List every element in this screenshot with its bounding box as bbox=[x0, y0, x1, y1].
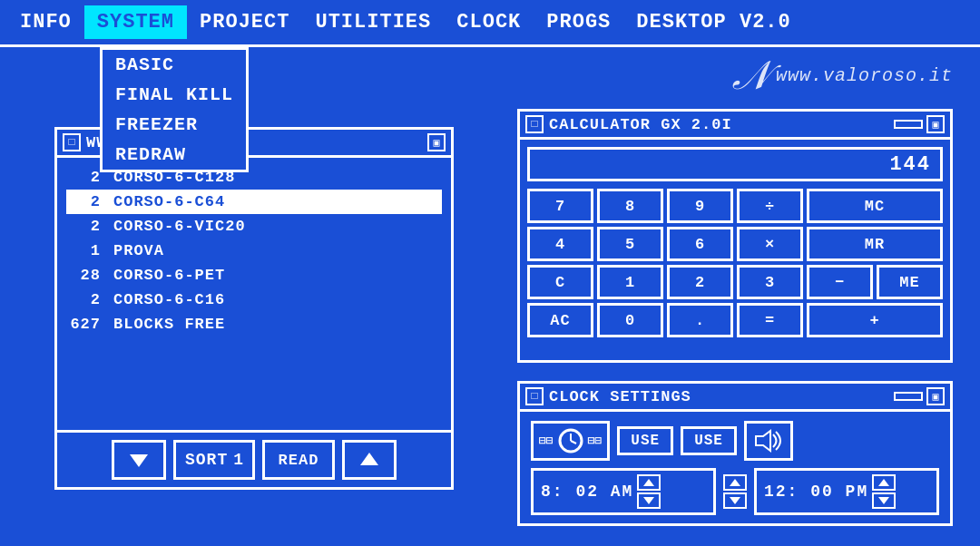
calc-btn-ac[interactable]: AC bbox=[527, 303, 593, 337]
clock-row-2: 8: 02 AM bbox=[531, 468, 939, 515]
time1-down-btn[interactable] bbox=[637, 492, 661, 509]
calc-btn-divide[interactable]: ÷ bbox=[737, 189, 803, 223]
calc-btn-5[interactable]: 5 bbox=[597, 227, 663, 261]
sort-num: 1 bbox=[233, 451, 243, 469]
calc-btn-mc[interactable]: MC bbox=[807, 189, 943, 223]
svg-marker-5 bbox=[756, 431, 770, 451]
clock-close-btn[interactable]: □ bbox=[525, 387, 544, 405]
clock-time-2: 12: 00 PM bbox=[754, 468, 939, 515]
calc-buttons: 7 8 9 ÷ MC 4 5 6 × MR C 1 2 3 − ME AC 0 … bbox=[527, 189, 943, 337]
calc-btn-2[interactable]: 2 bbox=[667, 265, 733, 299]
use-btn-1[interactable]: USE bbox=[617, 426, 673, 455]
calculator-titlebar: □ Calculator GX 2.0i ▣ bbox=[520, 112, 950, 140]
menu-progs[interactable]: PROGS bbox=[534, 5, 623, 39]
menu-bar: INFO SYSTEM PROJECT UTILITIES CLOCK PROG… bbox=[0, 0, 980, 47]
dropdown-basic[interactable]: BASIC bbox=[103, 50, 246, 80]
filebrowser-footer: SORT 1 READ bbox=[57, 430, 451, 487]
file-row-selected[interactable]: 2 CORSO-6-C64 bbox=[66, 190, 442, 214]
watermark: 𝒩 www.valoroso.it bbox=[733, 53, 953, 99]
clock-titlebar: □ Clock Settings ▣ bbox=[520, 384, 950, 412]
scroll-up-btn[interactable] bbox=[342, 440, 397, 480]
calc-display: 144 bbox=[527, 147, 943, 181]
calc-btn-4[interactable]: 4 bbox=[527, 227, 593, 261]
clock-body: ⊟⊟ ⊟⊟ USE USE bbox=[520, 412, 950, 524]
watermark-url: www.valoroso.it bbox=[776, 65, 953, 86]
calc-btn-minus[interactable]: − bbox=[807, 265, 873, 299]
filebrowser-window: □ WWW.VALOROSO.IT ▣ 2 CORSO-6-C128 2 COR… bbox=[54, 127, 454, 490]
calc-btn-equals[interactable]: = bbox=[737, 303, 803, 337]
menu-clock[interactable]: CLOCK bbox=[444, 5, 534, 39]
speaker-area bbox=[744, 421, 793, 461]
menu-utilities[interactable]: UTILITIES bbox=[302, 5, 444, 39]
clock-time-value-2: 12: 00 PM bbox=[764, 483, 868, 501]
calc-btn-7[interactable]: 7 bbox=[527, 189, 593, 223]
calc-btn-6[interactable]: 6 bbox=[667, 227, 733, 261]
svg-marker-7 bbox=[643, 497, 654, 504]
clock-title: Clock Settings bbox=[549, 388, 888, 405]
calc-btn-9[interactable]: 9 bbox=[667, 189, 733, 223]
svg-marker-8 bbox=[730, 479, 740, 486]
time1-up-btn[interactable] bbox=[637, 474, 661, 491]
calc-btn-dot[interactable]: . bbox=[667, 303, 733, 337]
clock-row-1: ⊟⊟ ⊟⊟ USE USE bbox=[531, 421, 939, 461]
file-row[interactable]: 2 CORSO-6-C16 bbox=[66, 288, 442, 312]
read-label: READ bbox=[279, 452, 319, 469]
time2-up-btn[interactable] bbox=[872, 474, 896, 491]
calc-btn-c[interactable]: C bbox=[527, 265, 593, 299]
calc-display-value: 144 bbox=[889, 153, 931, 176]
sort-area: SORT 1 bbox=[173, 440, 255, 480]
svg-marker-6 bbox=[643, 479, 654, 486]
file-list: 2 CORSO-6-C128 2 CORSO-6-C64 2 CORSO-6-V… bbox=[66, 165, 442, 336]
dropdown-finalkill[interactable]: FINAL KILL bbox=[103, 80, 246, 110]
file-row[interactable]: 1 PROVA bbox=[66, 239, 442, 263]
calc-btn-multiply[interactable]: × bbox=[737, 227, 803, 261]
conn-right-icon: ⊟⊟ bbox=[588, 434, 603, 448]
file-row[interactable]: 28 CORSO-6-PET bbox=[66, 263, 442, 288]
menu-project[interactable]: PROJECT bbox=[187, 5, 302, 39]
dropdown-redraw[interactable]: REDRAW bbox=[103, 140, 246, 170]
clock-maximize-btn[interactable]: ▣ bbox=[926, 387, 945, 405]
read-btn[interactable]: READ bbox=[262, 440, 335, 480]
use-btn-2[interactable]: USE bbox=[681, 426, 737, 455]
svg-marker-9 bbox=[730, 497, 740, 504]
calc-btn-1[interactable]: 1 bbox=[597, 265, 663, 299]
calc-btn-3[interactable]: 3 bbox=[737, 265, 803, 299]
sort-label: SORT bbox=[185, 451, 228, 469]
calc-btn-8[interactable]: 8 bbox=[597, 189, 663, 223]
svg-line-4 bbox=[571, 441, 576, 444]
menu-system[interactable]: SYSTEM bbox=[84, 5, 187, 39]
speaker-icon bbox=[752, 427, 785, 454]
filebrowser-maximize-btn[interactable]: ▣ bbox=[427, 133, 446, 151]
menu-info[interactable]: INFO bbox=[7, 5, 84, 39]
mid-up-btn[interactable] bbox=[723, 474, 747, 491]
clock-arrows-2 bbox=[872, 474, 896, 509]
calc-btn-0[interactable]: 0 bbox=[597, 303, 663, 337]
menu-desktop[interactable]: DESKTOP V2.0 bbox=[623, 5, 803, 39]
time2-down-btn[interactable] bbox=[872, 492, 896, 509]
clock-arrows-mid bbox=[723, 474, 747, 509]
watermark-logo: 𝒩 bbox=[733, 53, 765, 99]
svg-marker-10 bbox=[878, 479, 889, 486]
clock-arrows-1 bbox=[637, 474, 661, 509]
dropdown-freezer[interactable]: FREEZER bbox=[103, 110, 246, 140]
file-row[interactable]: 627 BLOCKS FREE bbox=[66, 312, 442, 336]
scroll-down-btn[interactable] bbox=[112, 440, 166, 480]
calculator-window: □ Calculator GX 2.0i ▣ 144 7 8 9 ÷ MC 4 … bbox=[517, 109, 953, 363]
mid-down-btn[interactable] bbox=[723, 492, 747, 509]
clock-time-value-1: 8: 02 AM bbox=[541, 483, 633, 501]
conn-left-icon: ⊟⊟ bbox=[539, 434, 554, 448]
clock-icon bbox=[557, 427, 584, 454]
calc-close-btn[interactable]: □ bbox=[525, 115, 544, 133]
clock-time-1: 8: 02 AM bbox=[531, 468, 716, 515]
svg-marker-0 bbox=[130, 454, 148, 467]
calc-maximize-btn[interactable]: ▣ bbox=[926, 115, 945, 133]
calc-btn-plus[interactable]: + bbox=[807, 303, 943, 337]
file-row[interactable]: 2 CORSO-6-VIC20 bbox=[66, 214, 442, 239]
filebrowser-close-btn[interactable]: □ bbox=[63, 133, 81, 151]
svg-marker-11 bbox=[878, 497, 889, 504]
svg-marker-1 bbox=[360, 453, 378, 465]
calc-btn-me[interactable]: ME bbox=[877, 265, 943, 299]
clock-settings-window: □ Clock Settings ▣ ⊟⊟ ⊟⊟ USE USE bbox=[517, 381, 953, 526]
filebrowser-content: 2 CORSO-6-C128 2 CORSO-6-C64 2 CORSO-6-V… bbox=[57, 158, 451, 344]
calc-btn-mr[interactable]: MR bbox=[807, 227, 943, 261]
